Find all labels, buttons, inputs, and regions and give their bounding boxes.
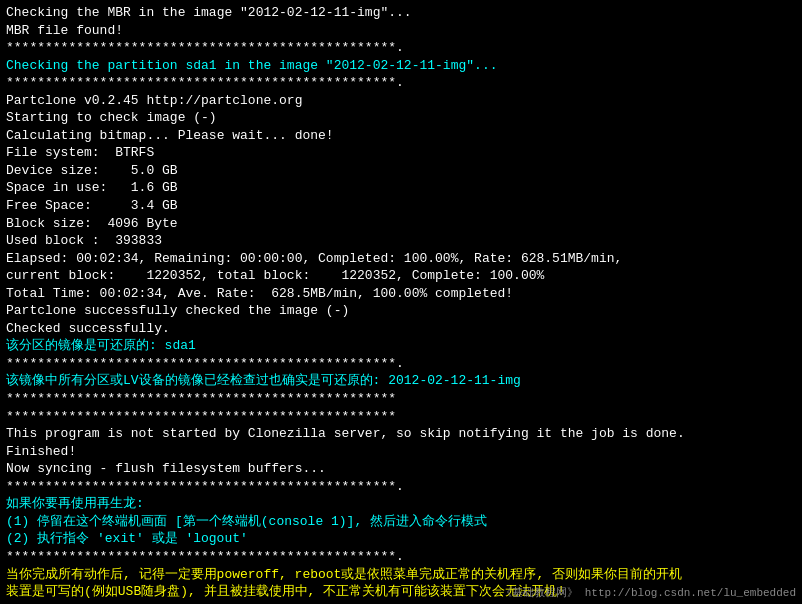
terminal-line: ****************************************… bbox=[6, 601, 796, 604]
terminal-line: ****************************************… bbox=[6, 390, 796, 408]
terminal-line: ****************************************… bbox=[6, 548, 796, 566]
terminal-line: Finished! bbox=[6, 443, 796, 461]
terminal-line: Checked successfully. bbox=[6, 320, 796, 338]
terminal-line: 当你完成所有动作后, 记得一定要用poweroff, reboot或是依照菜单完… bbox=[6, 566, 796, 584]
terminal-line: Block size: 4096 Byte bbox=[6, 215, 796, 233]
terminal-line: Free Space: 3.4 GB bbox=[6, 197, 796, 215]
terminal-line: Checking the partition sda1 in the image… bbox=[6, 57, 796, 75]
terminal-output: Checking the MBR in the image "2012-02-1… bbox=[6, 4, 796, 604]
terminal-line: (1) 停留在这个终端机画面 [第一个终端机(console 1)], 然后进入… bbox=[6, 513, 796, 531]
terminal-line: Checking the MBR in the image "2012-02-1… bbox=[6, 4, 796, 22]
terminal-line: 该分区的镜像是可还原的: sda1 bbox=[6, 337, 796, 355]
terminal-line: Partclone successfully checked the image… bbox=[6, 302, 796, 320]
terminal-window: Checking the MBR in the image "2012-02-1… bbox=[0, 0, 802, 604]
terminal-line: Device size: 5.0 GB bbox=[6, 162, 796, 180]
terminal-line: Elapsed: 00:02:34, Remaining: 00:00:00, … bbox=[6, 250, 796, 268]
terminal-line: File system: BTRFS bbox=[6, 144, 796, 162]
terminal-line: 该镜像中所有分区或LV设备的镜像已经检查过也确实是可还原的: 2012-02-1… bbox=[6, 372, 796, 390]
terminal-line: ****************************************… bbox=[6, 408, 796, 426]
terminal-line: This program is not started by Clonezill… bbox=[6, 425, 796, 443]
terminal-line: current block: 1220352, total block: 122… bbox=[6, 267, 796, 285]
terminal-line: ****************************************… bbox=[6, 355, 796, 373]
terminal-line: Starting to check image (-) bbox=[6, 109, 796, 127]
terminal-line: ****************************************… bbox=[6, 478, 796, 496]
terminal-line: MBR file found! bbox=[6, 22, 796, 40]
terminal-line: Total Time: 00:02:34, Ave. Rate: 628.5MB… bbox=[6, 285, 796, 303]
terminal-line: ****************************************… bbox=[6, 74, 796, 92]
terminal-line: Calculating bitmap... Please wait... don… bbox=[6, 127, 796, 145]
terminal-line: Now syncing - flush filesystem buffers..… bbox=[6, 460, 796, 478]
terminal-line: Used block : 393833 bbox=[6, 232, 796, 250]
terminal-line: Space in use: 1.6 GB bbox=[6, 179, 796, 197]
terminal-line: 如果你要再使用再生龙: bbox=[6, 495, 796, 513]
terminal-line: Partclone v0.2.45 http://partclone.org bbox=[6, 92, 796, 110]
terminal-line: ****************************************… bbox=[6, 39, 796, 57]
watermark: 《基础教程网》 http://blog.csdn.net/lu_embedded bbox=[501, 585, 796, 600]
terminal-line: (2) 执行指令 'exit' 或是 'logout' bbox=[6, 530, 796, 548]
